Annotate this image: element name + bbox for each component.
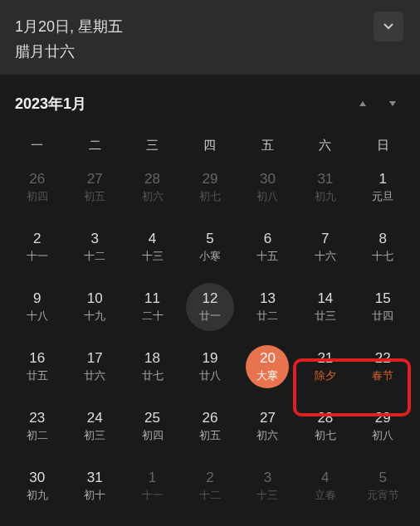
day-lunar: 初六 bbox=[142, 189, 164, 204]
month-bar: 2023年1月 bbox=[0, 75, 420, 128]
day-cell[interactable]: 22春节 bbox=[354, 339, 412, 394]
day-cell[interactable]: 7十六 bbox=[296, 220, 354, 275]
day-lunar: 初九 bbox=[315, 189, 336, 204]
day-number: 28 bbox=[317, 410, 333, 426]
day-number: 4 bbox=[149, 231, 156, 247]
weekday-label: 一 bbox=[8, 138, 66, 153]
day-lunar: 初三 bbox=[84, 428, 105, 443]
day-number: 26 bbox=[29, 171, 45, 188]
day-number: 20 bbox=[260, 350, 276, 367]
day-cell[interactable]: 11二十 bbox=[124, 280, 181, 334]
day-cell[interactable]: 17廿六 bbox=[66, 339, 123, 394]
day-number: 12 bbox=[203, 290, 218, 307]
day-cell[interactable]: 14廿三 bbox=[296, 280, 354, 334]
day-number: 11 bbox=[144, 290, 160, 307]
day-number: 8 bbox=[379, 231, 387, 247]
month-title: 2023年1月 bbox=[15, 94, 345, 114]
day-cell[interactable]: 1十一 bbox=[124, 459, 181, 514]
day-cell[interactable]: 20大寒 bbox=[239, 339, 296, 394]
day-cell[interactable]: 24初三 bbox=[66, 399, 123, 454]
day-cell[interactable]: 1元旦 bbox=[354, 160, 412, 215]
day-lunar: 初四 bbox=[27, 189, 48, 204]
day-number: 14 bbox=[317, 290, 333, 307]
day-lunar: 除夕 bbox=[315, 368, 336, 383]
next-month-button[interactable] bbox=[380, 91, 405, 116]
day-lunar: 十一 bbox=[142, 488, 164, 503]
day-cell[interactable]: 30初八 bbox=[239, 160, 296, 215]
day-cell[interactable]: 28初七 bbox=[296, 399, 354, 454]
day-lunar: 十八 bbox=[27, 309, 48, 324]
day-lunar: 廿二 bbox=[256, 309, 278, 324]
day-number: 9 bbox=[33, 290, 41, 307]
day-cell[interactable]: 2十一 bbox=[8, 220, 66, 275]
day-cell[interactable]: 27初五 bbox=[66, 160, 123, 215]
day-cell[interactable]: 4十三 bbox=[124, 220, 181, 275]
day-lunar: 廿五 bbox=[27, 368, 48, 383]
day-lunar: 十三 bbox=[256, 488, 278, 503]
day-cell[interactable]: 9十八 bbox=[8, 280, 66, 334]
day-cell[interactable]: 5元宵节 bbox=[354, 459, 412, 514]
day-lunar: 十六 bbox=[315, 249, 336, 264]
day-cell[interactable]: 27初六 bbox=[239, 399, 296, 454]
day-cell[interactable]: 19廿八 bbox=[181, 339, 238, 394]
prev-month-button[interactable] bbox=[350, 91, 375, 116]
day-cell[interactable]: 10十九 bbox=[66, 280, 123, 334]
day-number: 30 bbox=[260, 171, 276, 188]
day-number: 31 bbox=[317, 171, 333, 188]
weekday-label: 二 bbox=[66, 138, 123, 153]
day-lunar: 立春 bbox=[315, 488, 336, 503]
day-number: 26 bbox=[203, 410, 218, 426]
day-cell[interactable]: 3十三 bbox=[239, 459, 296, 514]
day-number: 24 bbox=[87, 410, 103, 426]
day-cell[interactable]: 29初七 bbox=[181, 160, 238, 215]
day-lunar: 初四 bbox=[142, 428, 164, 443]
day-lunar: 十二 bbox=[199, 488, 221, 503]
day-number: 18 bbox=[144, 350, 160, 367]
day-number: 16 bbox=[29, 350, 45, 367]
day-cell[interactable]: 16廿五 bbox=[8, 339, 66, 394]
day-cell[interactable]: 18廿七 bbox=[124, 339, 181, 394]
day-lunar: 初二 bbox=[27, 428, 48, 443]
day-lunar: 初六 bbox=[256, 428, 278, 443]
day-cell[interactable]: 26初五 bbox=[181, 399, 238, 454]
day-cell[interactable]: 13廿二 bbox=[239, 280, 296, 334]
day-lunar: 廿三 bbox=[315, 309, 336, 324]
day-lunar: 初七 bbox=[315, 428, 336, 443]
day-cell[interactable]: 6十五 bbox=[239, 220, 296, 275]
day-cell[interactable]: 2十二 bbox=[181, 459, 238, 514]
day-cell[interactable]: 31初九 bbox=[296, 160, 354, 215]
day-lunar: 初五 bbox=[84, 189, 105, 204]
day-cell[interactable]: 23初二 bbox=[8, 399, 66, 454]
day-lunar: 元宵节 bbox=[367, 488, 399, 503]
day-number: 1 bbox=[379, 171, 387, 188]
day-lunar: 廿一 bbox=[199, 309, 221, 324]
day-cell[interactable]: 8十七 bbox=[354, 220, 412, 275]
day-lunar: 初七 bbox=[199, 189, 221, 204]
header-lunar: 腊月廿六 bbox=[15, 41, 405, 61]
weekday-row: 一二三四五六日 bbox=[0, 128, 420, 160]
day-cell[interactable]: 26初四 bbox=[8, 160, 66, 215]
day-cell[interactable]: 3十二 bbox=[66, 220, 123, 275]
day-number: 3 bbox=[90, 231, 98, 247]
day-cell[interactable]: 25初四 bbox=[124, 399, 181, 454]
day-cell[interactable]: 31初十 bbox=[66, 459, 123, 514]
day-cell[interactable]: 12廿一 bbox=[186, 283, 234, 331]
day-lunar: 初九 bbox=[27, 488, 48, 503]
day-cell[interactable]: 4立春 bbox=[296, 459, 354, 514]
day-number: 17 bbox=[87, 350, 103, 367]
day-lunar: 二十 bbox=[142, 309, 164, 324]
day-cell[interactable]: 29初八 bbox=[354, 399, 412, 454]
day-cell[interactable]: 15廿四 bbox=[354, 280, 412, 334]
header-dropdown-button[interactable] bbox=[374, 12, 403, 41]
day-cell[interactable]: 21除夕 bbox=[296, 339, 354, 394]
day-cell[interactable]: 28初六 bbox=[124, 160, 181, 215]
day-lunar: 十二 bbox=[84, 249, 105, 264]
day-number: 5 bbox=[379, 470, 387, 486]
day-cell[interactable]: 30初九 bbox=[8, 459, 66, 514]
day-number: 19 bbox=[203, 350, 218, 367]
day-number: 15 bbox=[375, 290, 391, 307]
day-number: 25 bbox=[144, 410, 160, 426]
day-number: 22 bbox=[375, 350, 391, 367]
day-cell[interactable]: 5小寒 bbox=[181, 220, 238, 275]
weekday-label: 日 bbox=[354, 138, 412, 153]
